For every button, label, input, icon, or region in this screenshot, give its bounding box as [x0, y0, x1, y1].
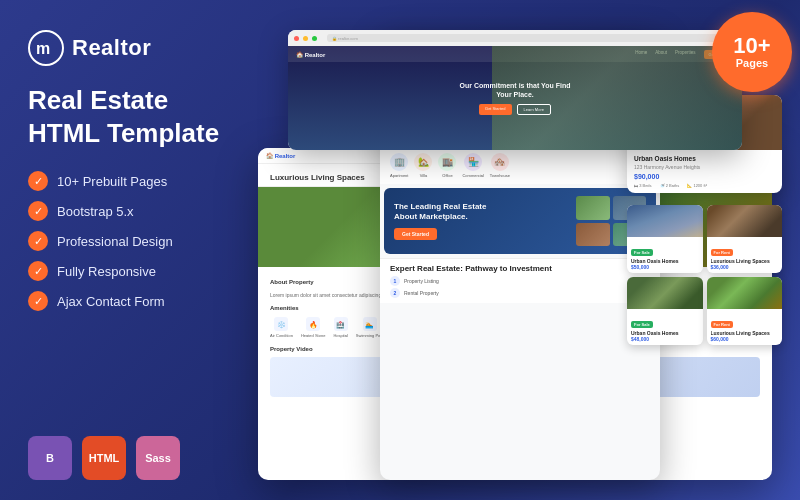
- marketplace-cta[interactable]: Get Started: [394, 228, 437, 240]
- side-card-title: Urban Oasis Homes: [634, 155, 775, 162]
- mockup-nav-logo: 🏠 Realtor: [266, 152, 295, 159]
- close-dot: [294, 36, 299, 41]
- mini-card-1[interactable]: For Sale Urban Oasis Homes $50,000: [627, 205, 703, 273]
- listing-item-2: 2 Rental Property: [390, 288, 650, 298]
- hero-btn-2[interactable]: Learn More: [517, 104, 551, 115]
- hero-content: 🏠 Realtor Home About Properties Get Star…: [288, 46, 742, 150]
- check-icon-responsive: ✓: [28, 261, 48, 281]
- listing-items: 1 Property Listing 2 Rental Property: [390, 276, 650, 298]
- main-headline: Real Estate HTML Template: [28, 84, 238, 149]
- brand-name: Realtor: [72, 35, 151, 61]
- side-card-features: 🛏 3 Beds 🚿 2 Baths 📐 1200 ft²: [634, 183, 775, 188]
- hero-headline: Our Commitment is that You Find Your Pla…: [455, 81, 575, 99]
- hospital-icon: 🏥: [334, 317, 348, 331]
- investment-section: Expert Real Estate: Pathway to Investmen…: [380, 258, 660, 303]
- mini-card-img-4: [707, 277, 783, 309]
- commercial-icon: 🏪: [464, 153, 482, 171]
- villa-icon: 🏡: [414, 153, 432, 171]
- mini-tag-3: For Sale: [631, 321, 653, 328]
- heated-icon: 🔥: [306, 317, 320, 331]
- mini-card-body-3: For Sale Urban Oasis Homes $48,000: [627, 309, 703, 345]
- expand-dot: [312, 36, 317, 41]
- mini-card-4[interactable]: For Rent Luxurious Living Spaces $60,000: [707, 277, 783, 345]
- features-list: ✓ 10+ Prebuilt Pages ✓ Bootstrap 5.x ✓ P…: [28, 171, 238, 311]
- hero-btn-1[interactable]: Get Started: [479, 104, 511, 115]
- type-office[interactable]: 🏬 Office: [438, 153, 456, 178]
- mini-card-price-4: $60,000: [711, 336, 779, 342]
- hero-nav-logo: 🏠 Realtor: [296, 51, 325, 58]
- property-title: Luxurious Living Spaces: [270, 173, 365, 182]
- bootstrap-badge: B: [28, 436, 72, 480]
- marketplace-inner: The Leading Real Estate About Marketplac…: [394, 196, 646, 246]
- mini-card-body-1: For Sale Urban Oasis Homes $50,000: [627, 237, 703, 273]
- townhouse-icon: 🏘️: [491, 153, 509, 171]
- marketplace-title: The Leading Real Estate About Marketplac…: [394, 202, 494, 223]
- marketplace-img-3: [576, 223, 610, 247]
- side-card-main-body: Urban Oasis Homes 123 Harmony Avenue Hei…: [627, 150, 782, 193]
- hero-center-content: Our Commitment is that You Find Your Pla…: [455, 81, 575, 115]
- ac-icon: ❄️: [274, 317, 288, 331]
- listing-num-2: 2: [390, 288, 400, 298]
- check-icon-design: ✓: [28, 231, 48, 251]
- mini-card-3[interactable]: For Sale Urban Oasis Homes $48,000: [627, 277, 703, 345]
- hero-cta-buttons: Get Started Learn More: [455, 104, 575, 115]
- page-wrapper: m Realtor Real Estate HTML Template ✓ 10…: [0, 0, 800, 500]
- pages-label: Pages: [736, 57, 768, 69]
- mini-cards-grid: For Sale Urban Oasis Homes $50,000 For R…: [627, 205, 782, 345]
- investment-title: Expert Real Estate: Pathway to Investmen…: [390, 264, 650, 273]
- html-badge: HTML: [82, 436, 126, 480]
- mini-card-2[interactable]: For Rent Luxurious Living Spaces $36,000: [707, 205, 783, 273]
- mini-card-price-2: $36,000: [711, 264, 779, 270]
- feature-bootstrap: ✓ Bootstrap 5.x: [28, 201, 238, 221]
- feature-design: ✓ Professional Design: [28, 231, 238, 251]
- pool-icon: 🏊: [363, 317, 377, 331]
- listing-num-1: 1: [390, 276, 400, 286]
- amenity-ac: ❄️ Air Condition: [270, 317, 293, 339]
- listing-item-1: 1 Property Listing: [390, 276, 650, 286]
- area-info: 📐 1200 ft²: [687, 183, 707, 188]
- tech-badges: B HTML Sass: [28, 426, 238, 480]
- type-villa[interactable]: 🏡 Villa: [414, 153, 432, 178]
- marketplace-section: The Leading Real Estate About Marketplac…: [384, 188, 656, 254]
- mini-card-price-1: $50,000: [631, 264, 699, 270]
- property-types-row: 🏢 Apartment 🏡 Villa 🏬 Office 🏪 Commercia…: [390, 153, 650, 178]
- sass-badge: Sass: [136, 436, 180, 480]
- pages-badge: 10+ Pages: [712, 12, 792, 92]
- type-apartment[interactable]: 🏢 Apartment: [390, 153, 408, 178]
- mini-card-body-4: For Rent Luxurious Living Spaces $60,000: [707, 309, 783, 345]
- mini-tag-1: For Sale: [631, 249, 653, 256]
- feature-prebuilt: ✓ 10+ Prebuilt Pages: [28, 171, 238, 191]
- mini-card-price-3: $48,000: [631, 336, 699, 342]
- check-icon-prebuilt: ✓: [28, 171, 48, 191]
- hero-browser-mockup: 🔒 realtor.com ··· 🏠 Realtor Home About P…: [288, 30, 742, 150]
- browser-bar: 🔒 realtor.com ···: [288, 30, 742, 46]
- side-card-price: $90,000: [634, 173, 775, 180]
- side-card-address: 123 Harmony Avenue Heights: [634, 164, 775, 170]
- check-icon-ajax: ✓: [28, 291, 48, 311]
- mini-tag-4: For Rent: [711, 321, 733, 328]
- realtor-logo-icon: m: [28, 30, 64, 66]
- svg-text:m: m: [36, 40, 50, 57]
- mini-card-body-2: For Rent Luxurious Living Spaces $36,000: [707, 237, 783, 273]
- mini-tag-2: For Rent: [711, 249, 733, 256]
- amenity-heated: 🔥 Heated Stone: [301, 317, 325, 339]
- browser-url-bar: 🔒 realtor.com: [327, 34, 720, 42]
- left-panel: m Realtor Real Estate HTML Template ✓ 10…: [28, 30, 238, 480]
- minimize-dot: [303, 36, 308, 41]
- marketplace-img-1: [576, 196, 610, 220]
- baths-info: 🚿 2 Baths: [660, 183, 680, 188]
- logo-row: m Realtor: [28, 30, 238, 66]
- marketplace-text-col: The Leading Real Estate About Marketplac…: [394, 202, 568, 241]
- apartment-icon: 🏢: [390, 153, 408, 171]
- office-icon: 🏬: [438, 153, 456, 171]
- amenity-hospital: 🏥 Hospital: [333, 317, 347, 339]
- mini-card-img-3: [627, 277, 703, 309]
- feature-ajax: ✓ Ajax Contact Form: [28, 291, 238, 311]
- check-icon-bootstrap: ✓: [28, 201, 48, 221]
- pages-number: 10+: [733, 35, 770, 57]
- type-townhouse[interactable]: 🏘️ Townhouse: [490, 153, 510, 178]
- feature-responsive: ✓ Fully Responsive: [28, 261, 238, 281]
- type-commercial[interactable]: 🏪 Commercial: [462, 153, 483, 178]
- beds-info: 🛏 3 Beds: [634, 183, 652, 188]
- mini-card-img-2: [707, 205, 783, 237]
